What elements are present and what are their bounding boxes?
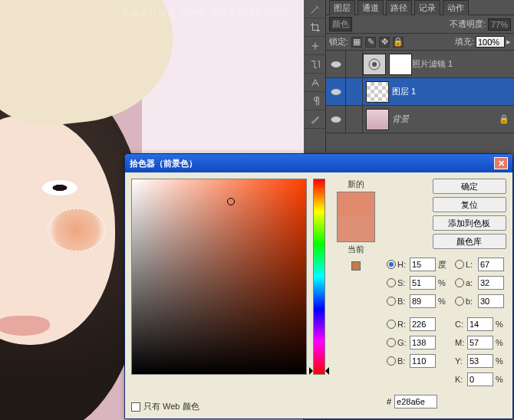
websafe-icon[interactable] bbox=[351, 261, 361, 271]
svg-point-3 bbox=[372, 62, 377, 67]
tool-pan[interactable] bbox=[304, 37, 326, 55]
web-only-checkbox[interactable] bbox=[131, 402, 140, 412]
cancel-button[interactable]: 复位 bbox=[433, 197, 506, 212]
tool-brush[interactable] bbox=[304, 110, 326, 129]
layer-row[interactable]: 图层 1 bbox=[326, 78, 514, 106]
panel-tabs: 图层 通道 路径 记录 动作 bbox=[326, 0, 514, 15]
tool-para[interactable] bbox=[304, 92, 326, 110]
eye bbox=[42, 180, 77, 195]
mask-thumb bbox=[389, 54, 412, 75]
color-picker-dialog: 拾色器（前景色） ✕ 新的 当前 确定 复位 添加到色板 颜色库 H:度 S:%… bbox=[124, 153, 513, 419]
radio-r[interactable] bbox=[387, 320, 396, 329]
fill-input[interactable] bbox=[476, 36, 505, 48]
opacity-label: 不透明度: bbox=[450, 18, 486, 30]
tool-char[interactable] bbox=[304, 74, 326, 92]
s-input[interactable] bbox=[410, 276, 436, 290]
radio-a[interactable] bbox=[455, 278, 464, 287]
layer-thumb bbox=[366, 81, 389, 103]
b-input[interactable] bbox=[410, 294, 436, 308]
hue-pointer-icon bbox=[309, 367, 329, 375]
new-color-swatch bbox=[338, 192, 374, 217]
lb-input[interactable] bbox=[478, 294, 504, 308]
add-swatch-button[interactable]: 添加到色板 bbox=[433, 215, 506, 231]
svg-point-1 bbox=[334, 63, 338, 66]
current-label: 当前 bbox=[348, 244, 364, 255]
c-input[interactable] bbox=[467, 317, 493, 331]
dialog-titlebar[interactable]: 拾色器（前景色） ✕ bbox=[125, 154, 512, 172]
field-cursor-icon bbox=[227, 198, 235, 205]
y-input[interactable] bbox=[467, 354, 493, 368]
blend-mode-select[interactable]: 颜色 bbox=[329, 17, 352, 31]
m-input[interactable] bbox=[467, 336, 493, 349]
radio-l[interactable] bbox=[455, 260, 464, 269]
hue-slider[interactable] bbox=[313, 179, 325, 375]
hash-label: # bbox=[387, 397, 391, 406]
lock-all-icon[interactable]: 🔒 bbox=[393, 37, 404, 48]
visibility-toggle[interactable] bbox=[326, 51, 346, 77]
lock-paint-icon[interactable]: ✎ bbox=[365, 37, 376, 48]
g-input[interactable] bbox=[410, 336, 436, 349]
l-input[interactable] bbox=[478, 258, 504, 271]
radio-lb[interactable] bbox=[455, 297, 464, 306]
lock-label: 锁定: bbox=[329, 36, 348, 48]
r-input[interactable] bbox=[410, 317, 436, 331]
layer-row[interactable]: 照片滤镜 1 bbox=[326, 51, 514, 78]
selection-blush[interactable] bbox=[48, 208, 106, 251]
tab-channels[interactable]: 通道 bbox=[357, 0, 384, 15]
fill-caret-icon[interactable]: ▸ bbox=[506, 37, 511, 47]
radio-b[interactable] bbox=[387, 297, 396, 306]
layer-name[interactable]: 照片滤镜 1 bbox=[412, 58, 511, 70]
svg-point-5 bbox=[334, 90, 338, 94]
a-input[interactable] bbox=[478, 276, 504, 290]
tool-type[interactable] bbox=[304, 55, 326, 74]
tab-history[interactable]: 记录 bbox=[414, 0, 440, 15]
radio-bb[interactable] bbox=[387, 356, 396, 366]
adjust-thumb bbox=[363, 54, 386, 75]
tool-crop[interactable] bbox=[304, 18, 326, 37]
k-input[interactable] bbox=[467, 372, 493, 386]
tab-actions[interactable]: 动作 bbox=[443, 0, 469, 15]
lock-move-icon[interactable]: ✥ bbox=[379, 37, 390, 48]
bb-input[interactable] bbox=[410, 354, 436, 368]
lock-icon: 🔒 bbox=[499, 114, 511, 124]
radio-h[interactable] bbox=[387, 260, 396, 269]
color-swatches bbox=[337, 192, 375, 242]
layer-thumb bbox=[366, 109, 389, 130]
svg-point-7 bbox=[334, 118, 338, 121]
dialog-title: 拾色器（前景色） bbox=[130, 158, 197, 169]
visibility-toggle[interactable] bbox=[326, 106, 346, 133]
fill-label: 填充: bbox=[455, 36, 474, 48]
layer-name[interactable]: 背景 bbox=[392, 113, 499, 125]
ok-button[interactable]: 确定 bbox=[433, 179, 506, 194]
tool-wand[interactable] bbox=[304, 0, 326, 18]
radio-g[interactable] bbox=[387, 338, 396, 347]
new-label: 新的 bbox=[348, 179, 364, 190]
hex-input[interactable] bbox=[394, 395, 437, 409]
visibility-toggle[interactable] bbox=[326, 78, 346, 105]
tab-layers[interactable]: 图层 bbox=[329, 0, 355, 15]
web-only-label: 只有 Web 颜色 bbox=[143, 401, 199, 412]
layer-row[interactable]: 背景 🔒 bbox=[326, 106, 514, 133]
lock-trans-icon[interactable]: ▦ bbox=[351, 37, 362, 48]
layer-name[interactable]: 图层 1 bbox=[392, 86, 511, 97]
opacity-value[interactable]: 77% bbox=[488, 18, 511, 31]
current-color-swatch[interactable] bbox=[338, 217, 374, 241]
h-input[interactable] bbox=[410, 258, 436, 271]
close-icon[interactable]: ✕ bbox=[494, 157, 508, 169]
color-field[interactable] bbox=[131, 179, 307, 375]
watermark: 思缘设计论坛 WWW.MISSYUAN.COM bbox=[122, 8, 289, 18]
tab-paths[interactable]: 路径 bbox=[386, 0, 412, 15]
radio-s[interactable] bbox=[387, 278, 396, 287]
color-lib-button[interactable]: 颜色库 bbox=[433, 234, 506, 249]
